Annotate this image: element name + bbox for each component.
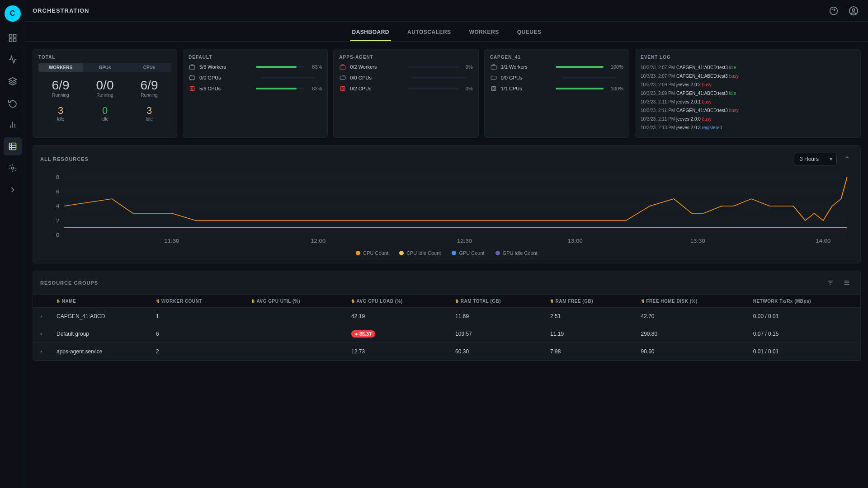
th-gpu-util[interactable]: ⇅ AVG GPU UTIL (%) [244,295,344,308]
event-log-entry: 10/3/23, 2:13 PM jeeves 2.0:3 registered [641,123,855,132]
legend-gpu-count-dot [452,251,456,255]
svg-point-22 [852,9,855,11]
cpus-col: 6/9 Running [127,76,171,99]
sidebar-item-dashboard[interactable] [4,29,22,47]
svg-rect-8 [9,143,16,150]
sidebar-item-pipelines[interactable] [4,181,22,199]
sidebar-item-chart[interactable] [4,116,22,134]
svg-line-16 [14,170,15,171]
total-title: TOTAL [38,55,171,60]
row-expand-0[interactable]: › [33,308,49,325]
th-disk[interactable]: ⇅ FREE HOME DISK (%) [634,295,746,308]
row-network-2: 0.01 / 0.01 [746,343,860,361]
svg-rect-33 [340,66,345,69]
tab-queues[interactable]: QUEUES [515,24,543,41]
apps-agent-card: APPS-AGENT 0/2 Workers 0% [333,49,478,138]
gpus-running-label: Running [83,93,127,98]
th-ram-free[interactable]: ⇅ RAM FREE (GB) [543,295,633,308]
table-filter-icon[interactable] [824,277,837,289]
svg-rect-23 [189,66,195,69]
chart-title: ALL RESOURCES [40,156,89,162]
legend-cpu-idle: CPU Idle Count [399,250,441,256]
table-tbody: › CAPGEN_41:ABCD 1 42.19 11.69 2.51 42.7… [33,308,860,361]
sidebar-item-table[interactable] [4,137,22,155]
row-cpu-load-2: 12.73 [344,343,448,361]
sidebar-item-analytics[interactable] [4,51,22,69]
sidebar-item-tools[interactable] [4,159,22,177]
row-workers-1: 6 [149,325,244,343]
gpus-idle-col: 0 Idle [83,103,127,123]
chart-area: 8 6 4 2 0 11:30 12:00 12:30 13:00 13:30 … [40,173,853,245]
svg-text:13:00: 13:00 [568,239,583,244]
capgen-gpus-row: 0/0 GPUs [490,74,623,81]
row-ram-total-2: 60.30 [448,343,543,361]
event-log-entry: 10/3/23, 2:07 PM CAPGEN_41:ABCD:test3 bu… [641,72,855,80]
stats-row: TOTAL WORKERS GPUs CPUs 6/9 Running 0/0 [33,49,861,138]
default-cpus-row: 5/6 CPUs 83% [189,85,322,92]
workers-idle: 3 [38,105,83,117]
cpus-idle-col: 3 Idle [127,103,171,123]
tab-autoscalers[interactable]: AUTOSCALERS [406,24,453,41]
tab-dashboard[interactable]: DASHBOARD [350,24,392,41]
cpus-idle: 3 [127,105,171,117]
table-actions [824,277,853,289]
th-ram-total[interactable]: ⇅ RAM TOTAL (GB) [448,295,543,308]
svg-rect-31 [190,86,194,90]
cpu-alert-badge: ● 85.37 [351,330,375,338]
th-network[interactable]: NETWORK Tx/Rx (MBps) [746,295,860,308]
row-ram-free-1: 11.19 [543,325,633,343]
apps-cpus-label: 0/2 CPUs [350,86,401,91]
th-worker-count[interactable]: ⇅ WORKER COUNT [149,295,244,308]
svg-point-12 [11,167,14,169]
row-gpu-util-2 [244,343,344,361]
default-workers-label: 5/6 Workers [199,64,249,70]
chart-section: ALL RESOURCES 3 Hours 1 Hour 6 Hours 12 … [33,145,861,263]
th-name[interactable]: ⇅ NAME [49,295,149,308]
chart-controls: 3 Hours 1 Hour 6 Hours 12 Hours 24 Hours… [794,153,853,165]
row-expand-1[interactable]: › [33,325,49,343]
svg-rect-34 [340,76,345,80]
legend-cpu-count: CPU Count [356,250,388,256]
row-cpu-load-1: ● 85.37 [344,325,448,343]
svg-rect-0 [9,35,12,38]
workers-idle-col: 3 Idle [38,103,83,123]
capgen-gpus-label: 0/0 GPUs [501,75,555,80]
default-workers-row: 5/6 Workers 83% [189,63,322,70]
total-tab-gpus[interactable]: GPUs [83,63,127,72]
total-tab-workers[interactable]: WORKERS [38,63,83,72]
event-log-entry: 10/3/23, 2:09 PM CAPGEN_41:ABCD:test3 id… [641,89,855,98]
default-cpus-progress [256,88,305,89]
row-expand-2[interactable]: › [33,343,49,361]
total-tab-cpus[interactable]: CPUs [127,63,171,72]
total-tabs: WORKERS GPUs CPUs [38,63,171,72]
table-header-row: ⇅ NAME ⇅ WORKER COUNT ⇅ AVG GPU UTIL (%)… [33,295,860,308]
chart-svg: 8 6 4 2 0 11:30 12:00 12:30 13:00 13:30 … [40,173,853,245]
th-expand [33,295,49,308]
svg-rect-2 [9,39,12,42]
workers-col: 6/9 Running [38,76,83,99]
svg-marker-4 [9,78,16,81]
resource-table: ⇅ NAME ⇅ WORKER COUNT ⇅ AVG GPU UTIL (%)… [33,295,860,361]
apps-gpus-row: 0/0 GPUs [339,74,472,81]
event-log-entry: 10/3/23, 2:11 PM CAPGEN_41:ABCD:test3 bu… [641,106,855,115]
event-log-entry: 10/3/23, 2:11 PM jeeves 2.0:1 busy [641,98,855,106]
user-avatar[interactable] [846,4,861,18]
th-cpu-load[interactable]: ⇅ AVG CPU LOAD (%) [344,295,448,308]
time-range-select[interactable]: 3 Hours 1 Hour 6 Hours 12 Hours 24 Hours [794,153,837,165]
workers-running: 6/9 [38,78,83,93]
chart-collapse-button[interactable]: ⌃ [840,153,853,165]
capgen-workers-row: 1/1 Workers 100% [490,63,623,70]
apps-agent-title: APPS-AGENT [339,55,472,60]
tab-workers[interactable]: WORKERS [467,24,501,41]
default-cpus-pct: 83% [312,86,322,91]
default-cpus-label: 5/6 CPUs [199,86,249,91]
sidebar: C [0,0,25,488]
default-gpus-progress [261,77,315,79]
gpus-idle: 0 [83,105,127,117]
help-icon[interactable] [826,4,841,18]
table-settings-icon[interactable] [840,277,853,289]
sidebar-item-refresh[interactable] [4,94,22,112]
svg-rect-42 [491,76,496,80]
row-ram-total-1: 109.57 [448,325,543,343]
sidebar-item-layers[interactable] [4,72,22,90]
